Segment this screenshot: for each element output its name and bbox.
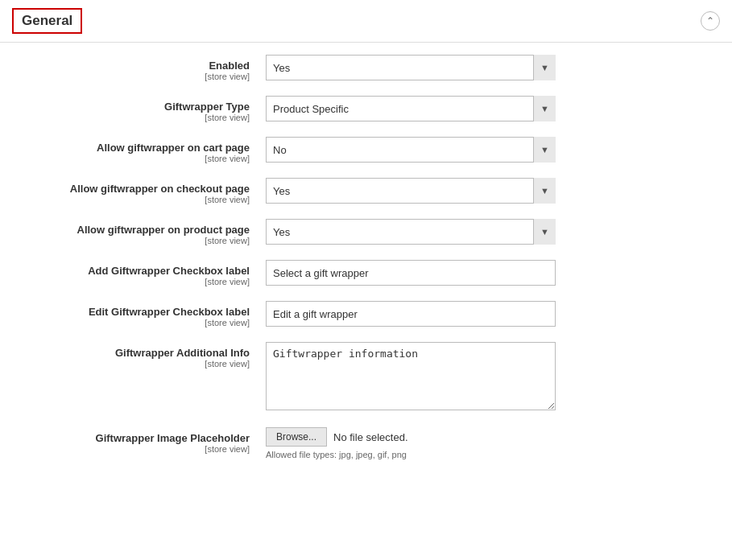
store-view-additional-info: [store view] bbox=[16, 359, 250, 369]
field-row-cart: Allow giftwrapper on cart page [store vi… bbox=[16, 137, 716, 163]
select-checkout[interactable]: Yes No bbox=[266, 178, 556, 204]
store-view-checkout: [store view] bbox=[16, 195, 250, 204]
label-product: Allow giftwrapper on product page bbox=[16, 224, 250, 236]
file-upload-row: Browse... No file selected. bbox=[266, 427, 716, 447]
label-add-label: Add Giftwrapper Checkbox label bbox=[16, 265, 250, 277]
no-file-text: No file selected. bbox=[333, 431, 408, 443]
label-cart: Allow giftwrapper on cart page bbox=[16, 142, 250, 154]
section-header: General ⌃ bbox=[0, 0, 732, 43]
select-wrapper-product: Yes No ▼ bbox=[266, 219, 556, 245]
field-row-add-label: Add Giftwrapper Checkbox label [store vi… bbox=[16, 260, 716, 286]
textarea-additional-info[interactable]: Giftwrapper information bbox=[266, 342, 556, 410]
label-edit-label: Edit Giftwrapper Checkbox label bbox=[16, 306, 250, 318]
input-edit-label[interactable] bbox=[266, 301, 556, 327]
field-row-additional-info: Giftwrapper Additional Info [store view]… bbox=[16, 342, 716, 413]
field-row-image-placeholder: Giftwrapper Image Placeholder [store vie… bbox=[16, 427, 716, 459]
label-enabled: Enabled bbox=[16, 60, 250, 72]
select-type[interactable]: Product Specific Global bbox=[266, 96, 556, 121]
label-additional-info: Giftwrapper Additional Info bbox=[16, 347, 250, 359]
allowed-types-note: Allowed file types: jpg, jpeg, gif, png bbox=[266, 450, 716, 459]
input-add-label[interactable] bbox=[266, 260, 556, 286]
store-view-enabled: [store view] bbox=[16, 72, 250, 81]
select-wrapper-type: Product Specific Global ▼ bbox=[266, 96, 556, 121]
store-view-cart: [store view] bbox=[16, 154, 250, 163]
field-row-type: Giftwrapper Type [store view] Product Sp… bbox=[16, 96, 716, 122]
field-row-checkout: Allow giftwrapper on checkout page [stor… bbox=[16, 178, 716, 204]
field-row-edit-label: Edit Giftwrapper Checkbox label [store v… bbox=[16, 301, 716, 327]
store-view-type: [store view] bbox=[16, 113, 250, 122]
browse-button[interactable]: Browse... bbox=[266, 427, 327, 447]
store-view-product: [store view] bbox=[16, 236, 250, 245]
form-container: Enabled [store view] Yes No ▼ Giftwrappe… bbox=[0, 43, 732, 486]
store-view-image-placeholder: [store view] bbox=[16, 444, 250, 454]
select-wrapper-cart: Yes No ▼ bbox=[266, 137, 556, 163]
section-title: General bbox=[12, 8, 82, 34]
label-image-placeholder: Giftwrapper Image Placeholder bbox=[16, 432, 250, 444]
select-wrapper-enabled: Yes No ▼ bbox=[266, 55, 556, 80]
field-row-enabled: Enabled [store view] Yes No ▼ bbox=[16, 55, 716, 81]
select-cart[interactable]: Yes No bbox=[266, 137, 556, 163]
select-product[interactable]: Yes No bbox=[266, 219, 556, 245]
select-enabled[interactable]: Yes No bbox=[266, 55, 556, 80]
select-wrapper-checkout: Yes No ▼ bbox=[266, 178, 556, 204]
field-row-product: Allow giftwrapper on product page [store… bbox=[16, 219, 716, 245]
label-checkout: Allow giftwrapper on checkout page bbox=[16, 183, 250, 195]
store-view-add-label: [store view] bbox=[16, 277, 250, 286]
label-type: Giftwrapper Type bbox=[16, 101, 250, 113]
store-view-edit-label: [store view] bbox=[16, 318, 250, 327]
collapse-button[interactable]: ⌃ bbox=[701, 11, 720, 31]
